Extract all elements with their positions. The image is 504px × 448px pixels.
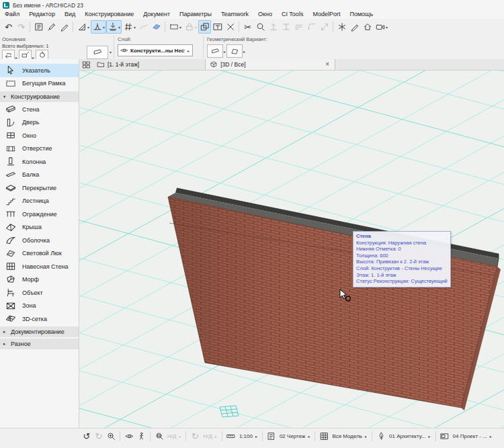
guide-lines-button[interactable]: ▾	[75, 20, 91, 34]
menu-item[interactable]: Параметры	[175, 10, 216, 19]
walk-mode-button[interactable]	[135, 431, 147, 442]
tab-floor-plan[interactable]: [1. 1-й этаж]	[93, 59, 143, 70]
adjust-button[interactable]	[267, 20, 280, 34]
text-favorites-button[interactable]	[211, 20, 224, 34]
nav-forward-button[interactable]: ↻	[93, 431, 105, 442]
intersect-button[interactable]	[292, 20, 305, 34]
menu-item[interactable]: Конструирование	[80, 10, 138, 19]
tool-opening[interactable]: Отверстие	[0, 142, 79, 156]
tool-object[interactable]: Объект	[0, 286, 79, 300]
element-settings-button[interactable]	[32, 20, 45, 34]
toolbox-section-document[interactable]: ▸ Документирование	[0, 326, 79, 337]
tool-column[interactable]: Колонна	[0, 155, 79, 169]
menu-item[interactable]: Teamwork	[216, 10, 253, 19]
pen-set-button[interactable]	[265, 431, 278, 442]
geometry-variant-straight-button[interactable]: ▸	[207, 44, 226, 58]
split-button[interactable]: ✂	[241, 20, 254, 34]
tool-curtain-wall[interactable]: Навесная Стена	[0, 260, 79, 273]
magnifier-icon	[255, 22, 265, 32]
spline-tool-button[interactable]	[137, 20, 150, 34]
menu-item[interactable]: Документ	[138, 10, 175, 19]
tool-label: Окно	[22, 132, 36, 139]
menu-item[interactable]: Помощь	[345, 10, 378, 19]
inject-parameters-button[interactable]	[58, 20, 71, 34]
tool-arrow[interactable]: Указатель	[0, 64, 79, 77]
layout-book-button[interactable]	[439, 431, 451, 442]
tool-stair[interactable]: Лестница	[0, 195, 79, 208]
menu-item[interactable]: Окно	[253, 10, 277, 19]
gravity-button[interactable]: ▾	[106, 20, 122, 34]
model-view-field[interactable]: Вся Модель ▸	[330, 431, 369, 442]
resize-button[interactable]	[318, 20, 331, 34]
dropdown-arrow[interactable]: ▾	[109, 50, 112, 54]
layer-select-button[interactable]: Конструкти...ны Несущие ▸	[118, 44, 193, 56]
scale-field[interactable]: 1:100 ▸	[237, 431, 259, 442]
editing-plane-button[interactable]	[150, 20, 163, 34]
tab-close-button[interactable]: ×	[324, 61, 331, 68]
pickup-parameters-button[interactable]	[45, 20, 58, 34]
menu-item[interactable]: ModelPort	[308, 10, 345, 19]
field-value: 01 Архитекту...	[389, 433, 426, 439]
tool-door[interactable]: Дверь	[0, 116, 79, 130]
tool-skylight[interactable]: Световой Люк	[0, 247, 79, 261]
layer-combination-field[interactable]: 01 Архитекту... ▸	[387, 431, 433, 442]
menu-item[interactable]: Редактор	[24, 10, 60, 19]
scale-button[interactable]	[225, 431, 237, 442]
resize-icon	[319, 22, 329, 32]
redo-button[interactable]: ↷	[15, 20, 28, 34]
layout-field[interactable]: 04 Проект - ... ▸	[451, 431, 494, 442]
tool-slab[interactable]: Перекрытие	[0, 181, 79, 195]
geometry-variant-curved-button[interactable]: ▸	[226, 44, 246, 58]
snap-reference-button[interactable]: ▾	[91, 20, 106, 34]
tool-shell[interactable]: Оболочка	[0, 234, 79, 247]
toolbox-section-design[interactable]: ▾ Конструирование	[0, 91, 79, 102]
tool-marquee[interactable]: Бегущая Рамка	[0, 77, 79, 91]
zoom-in-button[interactable]	[105, 431, 117, 442]
menu-item[interactable]: CI Tools	[277, 10, 308, 19]
menu-item[interactable]: Вид	[60, 10, 80, 19]
snap-grid-button[interactable]: ▾	[122, 20, 137, 34]
cube-icon	[210, 60, 218, 69]
orientation-button[interactable]: ↻	[189, 431, 201, 442]
tool-window[interactable]: Окно	[0, 129, 79, 142]
lock-elements-button[interactable]: ▾	[183, 20, 198, 34]
stretch-icon	[225, 22, 235, 32]
tool-beam[interactable]: Балка	[0, 169, 79, 182]
zoom-fit-icon	[155, 431, 164, 441]
check-model-button[interactable]	[335, 20, 348, 34]
tool-railing[interactable]: Ограждение	[0, 208, 79, 221]
suspend-groups-button[interactable]	[198, 20, 211, 34]
archicad-window: { "window": { "title": "Без имени - ARCH…	[0, 0, 504, 448]
zoom-value-field[interactable]: Н/Д ▸	[165, 431, 183, 442]
marquee-options-button[interactable]: ▾	[167, 20, 183, 34]
model-view-button[interactable]	[318, 431, 330, 442]
toolbox-section-more[interactable]: ▸ Разное	[0, 339, 79, 349]
brick-wall[interactable]	[168, 188, 501, 410]
zoom-tool-button[interactable]	[254, 20, 267, 34]
skylight-icon	[5, 249, 16, 259]
tool-roof[interactable]: Крыша	[0, 221, 79, 234]
tab-3d-all[interactable]: [3D / Все] ×	[205, 59, 335, 70]
layer-combination-button[interactable]	[375, 431, 387, 442]
markup-button[interactable]	[348, 20, 361, 34]
undo-button[interactable]: ↶	[2, 20, 15, 34]
tool-wall[interactable]: Стена	[0, 103, 79, 116]
wall-preview-button[interactable]	[87, 46, 108, 59]
fillet-button[interactable]	[305, 20, 318, 34]
stretch-button[interactable]	[224, 20, 237, 34]
trim-button[interactable]	[280, 20, 292, 34]
quad-view-button[interactable]	[79, 59, 93, 70]
view-settings-button[interactable]	[123, 431, 135, 442]
tool-zone[interactable]: Зона	[0, 300, 79, 313]
nav-back-button[interactable]: ↺	[81, 431, 93, 442]
tool-mesh[interactable]: 3D-сетка	[0, 312, 79, 326]
home-view-button[interactable]	[361, 20, 374, 34]
tooltip-line: Нижняя Отметка: 0	[356, 246, 448, 253]
fit-in-window-button[interactable]	[153, 431, 165, 442]
orientation-field[interactable]: Н/Д ▸	[201, 431, 218, 442]
tool-morph[interactable]: Морф	[0, 273, 79, 287]
menu-item[interactable]: Файл	[0, 10, 24, 19]
camera-button[interactable]: ▾	[374, 20, 389, 34]
pen-set-field[interactable]: 02 Чертеж ▸	[278, 431, 312, 442]
set-square-icon	[77, 22, 87, 32]
